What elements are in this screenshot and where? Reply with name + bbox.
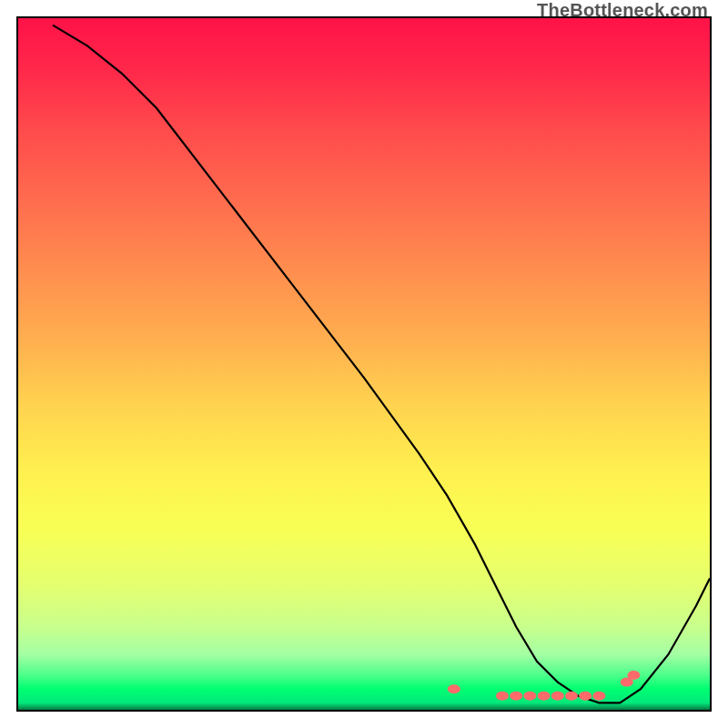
chart-container: TheBottleneck.com xyxy=(0,0,728,728)
heatmap-gradient xyxy=(18,18,710,710)
plot-area xyxy=(16,16,712,712)
